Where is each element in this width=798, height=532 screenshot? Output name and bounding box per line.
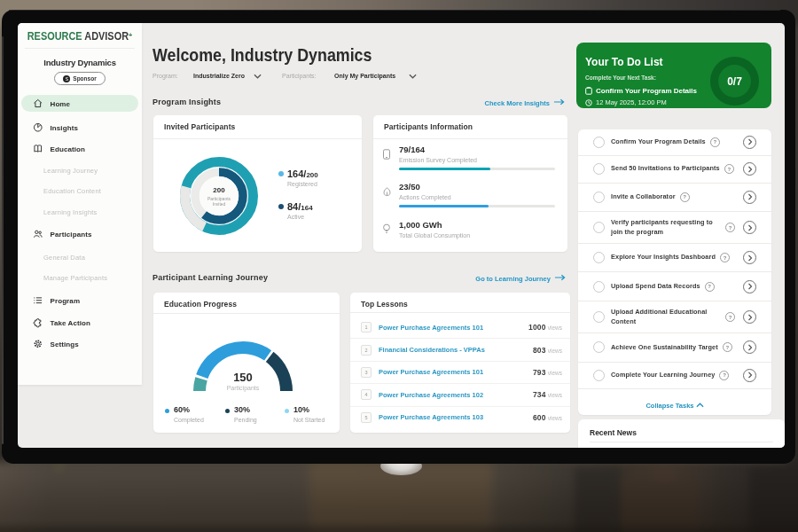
svg-text:Invited: Invited xyxy=(213,201,226,207)
svg-text:150: 150 xyxy=(233,371,253,384)
svg-text:Participants: Participants xyxy=(227,385,260,392)
svg-text:200: 200 xyxy=(213,186,225,194)
svg-text:Participants: Participants xyxy=(207,196,231,201)
